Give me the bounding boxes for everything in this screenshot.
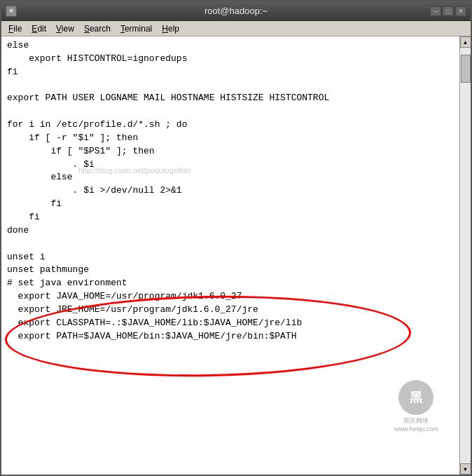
titlebar-buttons: ─ □ ✕ (430, 6, 466, 16)
menubar: File Edit View Search Terminal Help (1, 21, 471, 36)
minimize-button[interactable]: ─ (430, 6, 441, 16)
scrollbar-up-button[interactable]: ▲ (460, 36, 471, 48)
titlebar: ■ root@hadoop:~ ─ □ ✕ (1, 1, 471, 21)
scrollbar-down-button[interactable]: ▼ (460, 463, 471, 475)
menu-view[interactable]: View (52, 22, 78, 35)
terminal-content[interactable]: else export HISTCONTROL=ignoredups fi ex… (1, 36, 459, 475)
scrollbar-track[interactable] (460, 48, 471, 463)
scrollbar-thumb[interactable] (461, 55, 471, 83)
terminal-text: else export HISTCONTROL=ignoredups fi ex… (7, 39, 454, 343)
watermark-line1: 黑区网络 (394, 416, 438, 426)
window-title: root@hadoop:~ (204, 6, 268, 16)
terminal-window: ■ root@hadoop:~ ─ □ ✕ File Edit View Sea… (0, 0, 472, 476)
terminal-area: else export HISTCONTROL=ignoredups fi ex… (1, 36, 471, 475)
close-button[interactable]: ✕ (455, 6, 466, 16)
menu-terminal[interactable]: Terminal (116, 22, 156, 35)
restore-button[interactable]: □ (443, 6, 454, 16)
menu-search[interactable]: Search (80, 22, 115, 35)
watermark-line2: www.heiqu.com (394, 426, 438, 433)
watermark-circle: 黑 (398, 380, 433, 415)
menu-help[interactable]: Help (158, 22, 183, 35)
scrollbar[interactable]: ▲ ▼ (459, 36, 471, 475)
menu-edit[interactable]: Edit (27, 22, 50, 35)
titlebar-left: ■ (6, 6, 17, 17)
watermark: 黑 黑区网络 www.heiqu.com (394, 380, 438, 433)
menu-file[interactable]: File (4, 22, 26, 35)
window-icon: ■ (6, 6, 17, 17)
